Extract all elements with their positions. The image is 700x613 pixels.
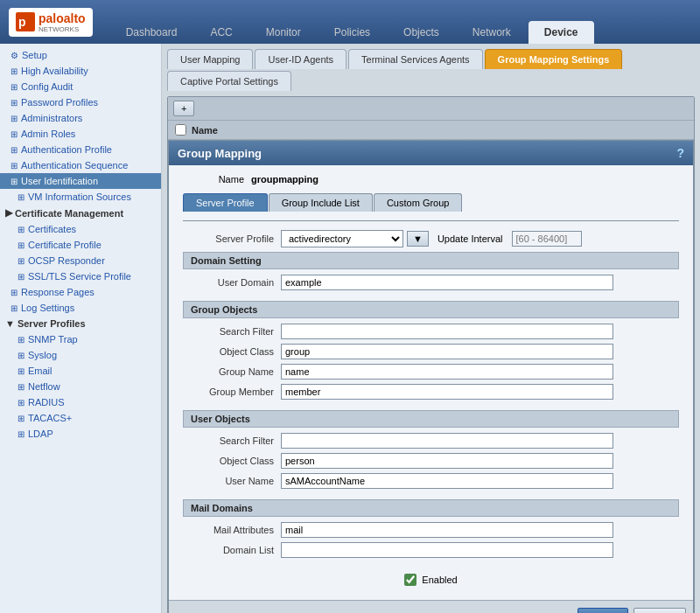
sub-tab-user-mapping[interactable]: User Mapping (167, 49, 253, 69)
group-objects-section: Group Objects Search Filter Object Class… (183, 301, 679, 400)
sidebar-item-ocsp[interactable]: ⊞ OCSP Responder (0, 253, 161, 268)
enabled-checkbox[interactable] (404, 574, 416, 586)
ldap-icon: ⊞ (18, 429, 24, 439)
sidebar-item-cert-profile[interactable]: ⊞ Certificate Profile (0, 237, 161, 253)
update-interval-input[interactable] (512, 231, 582, 247)
domain-list-label: Domain List (186, 545, 274, 555)
server-profile-select-wrap: activedirectory ▼ Update Interval (281, 230, 582, 247)
sub-tab-captive-portal[interactable]: Captive Portal Settings (167, 71, 291, 91)
cert-mgmt-collapse-icon: ▶ (5, 207, 12, 219)
server-profile-dropdown-btn[interactable]: ▼ (407, 231, 429, 247)
user-id-icon: ⊞ (10, 177, 18, 186)
user-object-class-row: Object Class (183, 453, 679, 469)
inner-tab-custom-group[interactable]: Custom Group (374, 193, 463, 212)
cert-icon: ⊞ (18, 225, 24, 234)
domain-list-input[interactable] (281, 542, 613, 558)
response-pages-icon: ⊞ (10, 288, 18, 297)
vm-info-icon: ⊞ (18, 192, 24, 202)
name-value: groupmapping (251, 174, 318, 185)
svg-text:p: p (18, 15, 26, 29)
ok-button[interactable]: OK (578, 608, 628, 613)
sidebar-item-high-availability[interactable]: ⊞ High Availability (0, 63, 161, 79)
nav-tab-device[interactable]: Device (528, 21, 594, 44)
config-audit-icon: ⊞ (10, 82, 18, 92)
group-name-label: Group Name (186, 366, 274, 377)
group-mapping-dialog: Group Mapping ? Name groupmapping Server… (168, 140, 694, 613)
sidebar-item-response-pages[interactable]: ⊞ Response Pages (0, 284, 161, 300)
help-icon[interactable]: ? (676, 146, 684, 160)
sidebar-item-snmp-trap[interactable]: ⊞ SNMP Trap (0, 331, 161, 347)
logo: p paloalto NETWORKS (9, 8, 93, 37)
sidebar-group-cert-mgmt[interactable]: ▶ Certificate Management (0, 205, 161, 221)
main-nav: Dashboard ACC Monitor Policies Objects N… (110, 0, 596, 44)
sidebar-item-password-profiles[interactable]: ⊞ Password Profiles (0, 94, 161, 110)
ssl-tls-icon: ⊞ (18, 272, 24, 282)
nav-tab-dashboard[interactable]: Dashboard (110, 21, 193, 44)
nav-tab-objects[interactable]: Objects (388, 21, 455, 44)
setup-icon: ⚙ (10, 51, 18, 60)
admin-roles-icon: ⊞ (10, 129, 18, 139)
nav-tab-monitor[interactable]: Monitor (250, 21, 317, 44)
user-search-filter-input[interactable] (281, 433, 613, 449)
nav-tab-acc[interactable]: ACC (194, 21, 248, 44)
server-profile-row: Server Profile activedirectory ▼ Update … (183, 230, 679, 247)
group-object-class-input[interactable] (281, 344, 613, 359)
sidebar-item-auth-profile[interactable]: ⊞ Authentication Profile (0, 142, 161, 157)
server-profiles-expand-icon: ▼ (5, 318, 15, 329)
cancel-button[interactable]: Cancel (634, 608, 686, 613)
group-search-filter-label: Search Filter (186, 326, 274, 337)
sidebar-item-auth-sequence[interactable]: ⊞ Authentication Sequence (0, 157, 161, 173)
mail-attr-input[interactable] (281, 522, 613, 538)
select-all-checkbox[interactable] (175, 124, 186, 136)
user-objects-header: User Objects (183, 410, 679, 428)
group-objects-header: Group Objects (183, 301, 679, 318)
server-profile-select[interactable]: activedirectory (281, 230, 403, 247)
sidebar-item-log-settings[interactable]: ⊞ Log Settings (0, 300, 161, 316)
sub-tab-group-mapping[interactable]: Group Mapping Settings (485, 49, 623, 69)
sidebar-item-syslog[interactable]: ⊞ Syslog (0, 347, 161, 363)
group-member-input[interactable] (281, 384, 613, 400)
sidebar-item-vm-info[interactable]: ⊞ VM Information Sources (0, 189, 161, 205)
group-search-filter-row: Search Filter (183, 324, 679, 339)
group-search-filter-input[interactable] (281, 324, 613, 339)
domain-list-row: Domain List (183, 542, 679, 558)
add-button[interactable]: + (173, 101, 194, 116)
sub-tab-userid-agents[interactable]: User-ID Agents (255, 49, 346, 69)
toolbar-row: + (168, 97, 694, 121)
sub-tab-ts-agents[interactable]: Terminal Services Agents (348, 49, 483, 69)
sidebar-item-config-audit[interactable]: ⊞ Config Audit (0, 79, 161, 94)
sidebar-item-ldap[interactable]: ⊞ LDAP (0, 426, 161, 442)
user-name-label: User Name (186, 476, 274, 486)
log-settings-icon: ⊞ (10, 303, 18, 313)
sidebar-item-certificates[interactable]: ⊞ Certificates (0, 221, 161, 237)
sidebar-item-setup[interactable]: ⚙ Setup (0, 47, 161, 63)
nav-tab-policies[interactable]: Policies (318, 21, 386, 44)
sidebar-item-ssl-tls[interactable]: ⊞ SSL/TLS Service Profile (0, 268, 161, 284)
table-header: Name (168, 121, 694, 140)
group-name-row: Group Name (183, 364, 679, 380)
mail-attr-row: Mail Attributes (183, 522, 679, 538)
enabled-label: Enabled (422, 575, 457, 585)
sidebar-item-tacacs[interactable]: ⊞ TACACS+ (0, 410, 161, 426)
sidebar-item-email[interactable]: ⊞ Email (0, 363, 161, 379)
sidebar-item-netflow[interactable]: ⊞ Netflow (0, 379, 161, 394)
inner-tab-server-profile[interactable]: Server Profile (183, 193, 268, 212)
group-name-input[interactable] (281, 364, 613, 380)
user-domain-input[interactable] (281, 275, 613, 290)
sidebar-group-server-profiles[interactable]: ▼ Server Profiles (0, 316, 161, 331)
high-avail-icon: ⊞ (10, 66, 18, 76)
group-member-row: Group Member (183, 384, 679, 400)
inner-tab-bar: Server Profile Group Include List Custom… (183, 193, 679, 212)
user-name-input[interactable] (281, 473, 613, 489)
sidebar-item-user-identification[interactable]: ⊞ User Identification (0, 173, 161, 189)
sidebar-item-radius[interactable]: ⊞ RADIUS (0, 394, 161, 410)
sidebar-item-administrators[interactable]: ⊞ Administrators (0, 110, 161, 126)
netflow-icon: ⊞ (18, 382, 24, 392)
inner-tab-group-include-list[interactable]: Group Include List (269, 193, 373, 212)
logo-subtext: NETWORKS (38, 25, 86, 33)
sidebar-item-admin-roles[interactable]: ⊞ Admin Roles (0, 126, 161, 142)
nav-tab-network[interactable]: Network (457, 21, 527, 44)
user-object-class-input[interactable] (281, 453, 613, 469)
domain-setting-header: Domain Setting (183, 252, 679, 269)
snmp-icon: ⊞ (18, 335, 24, 345)
